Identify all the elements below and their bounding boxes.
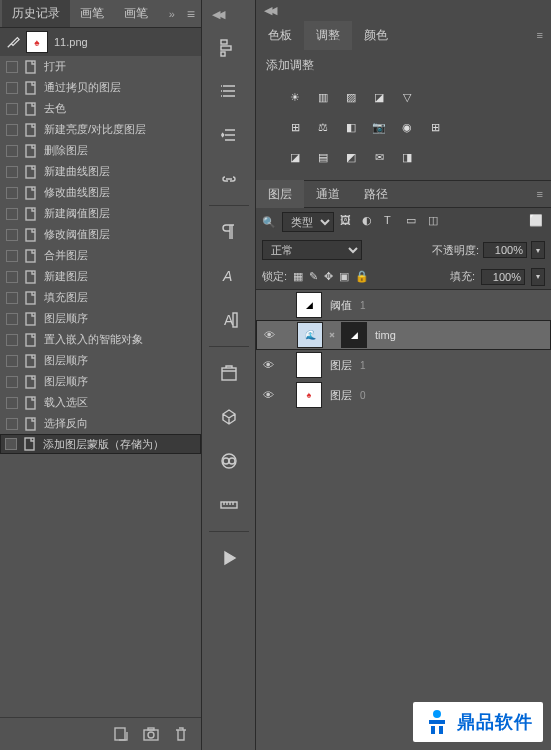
filter-toggle-icon[interactable]: ⬜	[529, 214, 545, 230]
visibility-toggle[interactable]	[260, 297, 276, 313]
tab-brush2[interactable]: 画笔	[114, 0, 158, 27]
history-check[interactable]	[6, 82, 18, 94]
history-item[interactable]: 图层顺序	[0, 308, 201, 329]
history-item[interactable]: 图层顺序	[0, 371, 201, 392]
visibility-toggle[interactable]: 👁	[260, 387, 276, 403]
history-check[interactable]	[6, 229, 18, 241]
history-item[interactable]: 新建阈值图层	[0, 203, 201, 224]
history-check[interactable]	[6, 250, 18, 262]
levels-icon[interactable]: ▥	[314, 88, 332, 106]
tab-paths[interactable]: 路径	[352, 180, 400, 209]
tool-character[interactable]: A	[209, 256, 249, 296]
brightness-icon[interactable]: ☀	[286, 88, 304, 106]
layer-thumbnail[interactable]: ♠	[296, 382, 322, 408]
history-item[interactable]: 打开	[0, 56, 201, 77]
history-check[interactable]	[6, 376, 18, 388]
exposure-icon[interactable]: ◪	[370, 88, 388, 106]
history-check[interactable]	[6, 145, 18, 157]
curves-icon[interactable]: ▨	[342, 88, 360, 106]
history-check[interactable]	[6, 355, 18, 367]
lookup-icon[interactable]: ⊞	[426, 118, 444, 136]
history-item[interactable]: 添加图层蒙版（存储为）	[0, 434, 201, 454]
history-check[interactable]	[6, 124, 18, 136]
filter-adjust-icon[interactable]: ◐	[362, 214, 378, 230]
visibility-toggle[interactable]: 👁	[260, 357, 276, 373]
tab-layers[interactable]: 图层	[256, 180, 304, 209]
layer-row[interactable]: 👁 图层 1	[256, 350, 551, 380]
history-item[interactable]: 合并图层	[0, 245, 201, 266]
layer-thumbnail[interactable]	[296, 352, 322, 378]
history-item[interactable]: 新建亮度/对比度图层	[0, 119, 201, 140]
history-item[interactable]: 置入嵌入的智能对象	[0, 329, 201, 350]
filter-text-icon[interactable]: T	[384, 214, 400, 230]
history-item[interactable]: 去色	[0, 98, 201, 119]
collapse-right-icon[interactable]: ◀◀	[256, 0, 551, 21]
visibility-toggle[interactable]: 👁	[261, 327, 277, 343]
layer-row[interactable]: ◢ 阈值 1	[256, 290, 551, 320]
history-check[interactable]	[6, 292, 18, 304]
tool-text[interactable]: A	[209, 300, 249, 340]
lock-brush-icon[interactable]: ✎	[309, 270, 318, 283]
history-item[interactable]: 填充图层	[0, 287, 201, 308]
tab-channels[interactable]: 通道	[304, 180, 352, 209]
history-check[interactable]	[6, 103, 18, 115]
history-check[interactable]	[6, 187, 18, 199]
tool-indent[interactable]	[209, 115, 249, 155]
tab-color[interactable]: 颜色	[352, 21, 400, 50]
history-item[interactable]: 选择反向	[0, 413, 201, 434]
history-item[interactable]: 图层顺序	[0, 350, 201, 371]
balance-icon[interactable]: ⚖	[314, 118, 332, 136]
layer-thumbnail[interactable]: 🌊	[297, 322, 323, 348]
lock-all-icon[interactable]: 🔒	[355, 270, 369, 283]
collapse-left-icon[interactable]: ◀◀	[208, 4, 226, 25]
lock-transparent-icon[interactable]: ▦	[293, 270, 303, 283]
history-check[interactable]	[6, 61, 18, 73]
layer-row[interactable]: 👁 🌊 ◢ timg	[256, 320, 551, 350]
tool-3d[interactable]	[209, 397, 249, 437]
tab-overflow[interactable]: »	[163, 4, 181, 24]
panel-menu-icon[interactable]: ≡	[529, 25, 551, 45]
trash-icon[interactable]	[173, 726, 189, 742]
fill-input[interactable]	[481, 269, 525, 285]
fill-dropdown[interactable]: ▾	[531, 268, 545, 286]
panel-menu-icon[interactable]: ≡	[181, 2, 201, 26]
history-item[interactable]: 通过拷贝的图层	[0, 77, 201, 98]
gradient-map-icon[interactable]: ✉	[370, 148, 388, 166]
history-item[interactable]: 修改曲线图层	[0, 182, 201, 203]
mixer-icon[interactable]: ◉	[398, 118, 416, 136]
history-item[interactable]: 新建图层	[0, 266, 201, 287]
history-check[interactable]	[6, 271, 18, 283]
history-check[interactable]	[5, 438, 17, 450]
invert-icon[interactable]: ◪	[286, 148, 304, 166]
tool-play[interactable]	[209, 538, 249, 578]
photo-filter-icon[interactable]: 📷	[370, 118, 388, 136]
lock-artboard-icon[interactable]: ▣	[339, 270, 349, 283]
tool-measure[interactable]	[209, 485, 249, 525]
filter-smart-icon[interactable]: ◫	[428, 214, 444, 230]
new-document-icon[interactable]	[113, 726, 129, 742]
history-check[interactable]	[6, 397, 18, 409]
tool-chain[interactable]	[209, 159, 249, 199]
filter-type-select[interactable]: 类型	[282, 212, 334, 232]
threshold-icon[interactable]: ◩	[342, 148, 360, 166]
blend-mode-select[interactable]: 正常	[262, 240, 362, 260]
hue-icon[interactable]: ⊞	[286, 118, 304, 136]
opacity-input[interactable]	[483, 242, 527, 258]
tool-paragraph[interactable]	[209, 212, 249, 252]
tab-swatches[interactable]: 色板	[256, 21, 304, 50]
layer-thumbnail[interactable]: ◢	[296, 292, 322, 318]
layer-mask-thumbnail[interactable]: ◢	[341, 322, 367, 348]
tab-history[interactable]: 历史记录	[2, 0, 70, 27]
tool-list[interactable]	[209, 71, 249, 111]
history-item[interactable]: 删除图层	[0, 140, 201, 161]
posterize-icon[interactable]: ▤	[314, 148, 332, 166]
document-row[interactable]: ♠ 11.png	[0, 28, 201, 56]
filter-image-icon[interactable]: 🖼	[340, 214, 356, 230]
lock-move-icon[interactable]: ✥	[324, 270, 333, 283]
history-item[interactable]: 新建曲线图层	[0, 161, 201, 182]
history-check[interactable]	[6, 418, 18, 430]
history-item[interactable]: 载入选区	[0, 392, 201, 413]
tool-cloud[interactable]	[209, 441, 249, 481]
history-check[interactable]	[6, 334, 18, 346]
panel-menu-icon[interactable]: ≡	[529, 184, 551, 204]
